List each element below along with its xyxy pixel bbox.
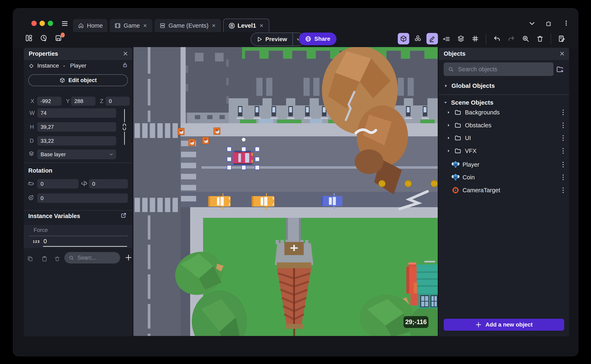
preview-button[interactable]: Preview bbox=[251, 32, 305, 46]
edit-tool-button[interactable] bbox=[426, 33, 438, 45]
editor-toolbar: Preview Share bbox=[13, 32, 578, 48]
folder-row-ui[interactable]: UI bbox=[439, 132, 569, 144]
folder-label: Backgrounds bbox=[465, 109, 500, 116]
rotation-handle[interactable] bbox=[242, 138, 246, 142]
share-label: Share bbox=[314, 36, 330, 42]
paste-clipboard-icon[interactable] bbox=[41, 256, 47, 262]
tab-home[interactable]: Home bbox=[73, 19, 108, 32]
redo-button[interactable] bbox=[505, 33, 517, 45]
x-label: X bbox=[31, 98, 34, 104]
folder-row-backgrounds[interactable]: Backgrounds bbox=[439, 107, 569, 118]
properties-panel: Properties Instance - Player Edit object… bbox=[24, 48, 132, 336]
main-menu-icon[interactable] bbox=[61, 20, 69, 27]
play-icon bbox=[256, 36, 263, 42]
objects-search-input[interactable] bbox=[458, 66, 536, 73]
copy-icon[interactable] bbox=[27, 256, 33, 262]
variable-row-force[interactable]: Force 123 0 bbox=[24, 225, 132, 248]
add-folder-icon[interactable] bbox=[556, 65, 564, 73]
add-variable-icon[interactable] bbox=[125, 254, 132, 261]
grid-button[interactable] bbox=[470, 33, 481, 45]
film-icon bbox=[114, 23, 121, 29]
view-3d-button[interactable] bbox=[398, 33, 409, 45]
title-bar: Home Game Game (Events) bbox=[13, 8, 578, 32]
tab-level1[interactable]: Level1 bbox=[223, 19, 269, 32]
folder-label: Obstacles bbox=[465, 122, 491, 129]
close-icon[interactable] bbox=[259, 23, 264, 28]
coin-object-icon bbox=[452, 173, 460, 181]
z-input[interactable]: 0 bbox=[106, 97, 130, 106]
object-row-player[interactable]: Player bbox=[439, 159, 569, 170]
tab-game[interactable]: Game bbox=[110, 19, 153, 32]
group-global-objects[interactable]: Global Objects bbox=[439, 80, 569, 91]
y-input[interactable]: 288 bbox=[71, 97, 95, 106]
close-icon[interactable] bbox=[123, 51, 128, 57]
close-icon[interactable] bbox=[143, 23, 147, 28]
object-row-cameratarget[interactable]: CameraTarget bbox=[439, 184, 569, 196]
tab-label: Game bbox=[124, 22, 140, 29]
tab-label: Game (Events) bbox=[168, 22, 208, 29]
object-row-coin[interactable]: Coin bbox=[439, 172, 569, 183]
chevron-down-icon bbox=[443, 100, 448, 105]
chevron-down-icon[interactable] bbox=[529, 20, 535, 26]
d-label: D bbox=[30, 138, 34, 144]
h-input[interactable]: 39,27 bbox=[37, 122, 116, 132]
add-new-object-button[interactable]: Add a new object bbox=[444, 319, 564, 331]
chevron-right-icon bbox=[446, 149, 451, 153]
scene-properties-button[interactable] bbox=[556, 33, 567, 45]
lock-open-icon[interactable] bbox=[122, 62, 128, 68]
tab-label: Level1 bbox=[238, 22, 256, 29]
delete-button[interactable] bbox=[534, 33, 546, 45]
link-proportions-icon[interactable] bbox=[122, 123, 127, 131]
instance-type-label: Instance bbox=[37, 62, 59, 69]
group-scene-objects[interactable]: Scene Objects bbox=[439, 97, 569, 108]
kebab-menu-icon[interactable] bbox=[562, 161, 564, 168]
rotation-x-input[interactable]: 0 bbox=[37, 179, 79, 188]
tab-game-events[interactable]: Game (Events) bbox=[154, 19, 221, 32]
preview-label: Preview bbox=[265, 36, 287, 43]
group-label: Scene Objects bbox=[451, 99, 493, 106]
kebab-menu-icon[interactable] bbox=[562, 134, 564, 142]
variables-search[interactable] bbox=[64, 252, 120, 263]
kebab-menu-icon[interactable] bbox=[562, 122, 564, 129]
undo-button[interactable] bbox=[491, 33, 503, 45]
w-input[interactable]: 74 bbox=[37, 108, 116, 118]
variables-search-input[interactable] bbox=[77, 254, 113, 261]
extensions-puzzle-icon[interactable] bbox=[546, 20, 552, 26]
traffic-minimize-button[interactable] bbox=[40, 21, 45, 26]
kebab-menu-icon[interactable] bbox=[562, 147, 564, 155]
y-label: Y bbox=[66, 98, 70, 104]
instances-list-button[interactable] bbox=[441, 33, 452, 45]
open-external-icon[interactable] bbox=[120, 212, 127, 218]
objects-search[interactable] bbox=[444, 62, 553, 76]
x-input[interactable]: -992 bbox=[37, 97, 61, 106]
trash-icon[interactable] bbox=[54, 256, 60, 262]
history-icon[interactable] bbox=[40, 34, 49, 43]
kebab-menu-icon[interactable] bbox=[562, 174, 564, 181]
traffic-zoom-button[interactable] bbox=[48, 21, 53, 26]
kebab-menu-icon[interactable] bbox=[562, 109, 564, 116]
layer-select[interactable]: Base layer bbox=[37, 150, 116, 159]
scene-canvas[interactable]: 29;-116 bbox=[133, 47, 438, 336]
close-icon[interactable] bbox=[559, 51, 565, 57]
variable-value[interactable]: 0 bbox=[43, 238, 47, 245]
rotation-z-input[interactable]: 0 bbox=[37, 194, 128, 203]
folder-row-vfx[interactable]: VFX bbox=[439, 145, 569, 157]
rotation-y-input[interactable]: 0 bbox=[89, 179, 128, 188]
save-icon[interactable] bbox=[54, 34, 64, 43]
edit-object-button[interactable]: Edit object bbox=[28, 74, 128, 86]
close-icon[interactable] bbox=[211, 23, 216, 28]
kebab-menu-icon[interactable] bbox=[562, 187, 564, 194]
kebab-menu-icon[interactable] bbox=[563, 20, 570, 26]
traffic-close-button[interactable] bbox=[31, 21, 37, 26]
instance-variables-title: Instance Variables bbox=[28, 213, 80, 220]
object-label: CameraTarget bbox=[463, 187, 500, 194]
zoom-in-button[interactable] bbox=[520, 33, 531, 45]
layers-button[interactable] bbox=[455, 33, 467, 45]
chevron-right-icon bbox=[446, 110, 451, 115]
d-input[interactable]: 33,22 bbox=[37, 136, 116, 146]
objects-3d-button[interactable] bbox=[412, 33, 424, 45]
folder-row-obstacles[interactable]: Obstacles bbox=[439, 120, 569, 131]
instance-object-name: Player bbox=[70, 62, 86, 69]
share-button[interactable]: Share bbox=[299, 32, 337, 45]
panels-layout-icon[interactable] bbox=[25, 34, 34, 43]
